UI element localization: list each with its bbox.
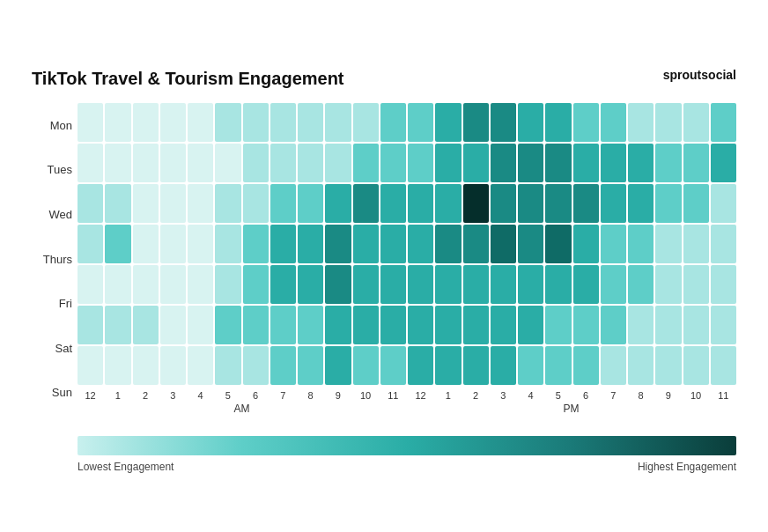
cell-r6-c6 [243,346,269,385]
y-label-thurs: Thurs [32,237,72,282]
cell-r6-c18 [573,346,599,385]
cell-r5-c6 [243,306,269,344]
cell-r6-c15 [491,346,516,385]
cell-r1-c19 [601,144,626,182]
heatmap-grid [78,103,736,385]
x-hour-23: 11 [711,390,736,401]
cell-r0-c2 [133,103,159,142]
x-hour-8: 8 [298,390,323,401]
cell-r6-c13 [435,346,461,385]
cell-r5-c21 [655,306,681,344]
cell-r2-c23 [711,184,736,223]
cell-r2-c10 [353,184,379,223]
cell-r1-c11 [380,144,406,182]
cell-r6-c0 [78,346,103,385]
cell-r1-c12 [408,144,433,182]
cell-r3-c21 [655,225,681,263]
legend-labels: Lowest Engagement Highest Engagement [78,461,736,473]
cell-r3-c2 [133,225,159,263]
x-hour-11: 11 [380,390,406,401]
cell-r2-c1 [105,184,130,223]
x-hour-19: 7 [601,390,626,401]
cell-r3-c0 [78,225,103,263]
cell-r0-c11 [380,103,406,142]
cell-r1-c7 [270,144,296,182]
cell-r6-c1 [105,346,130,385]
cell-r2-c19 [601,184,626,223]
cell-r5-c0 [78,306,103,344]
x-hour-16: 4 [518,390,543,401]
cell-r6-c20 [628,346,654,385]
x-hour-1: 1 [105,390,130,401]
cell-r4-c15 [491,265,516,304]
cell-r1-c0 [78,144,103,182]
cell-r6-c4 [188,346,213,385]
cell-r4-c22 [683,265,709,304]
cell-r0-c8 [298,103,323,142]
cell-r2-c0 [78,184,103,223]
cell-r5-c10 [353,306,379,344]
cell-r3-c22 [683,225,709,263]
x-hour-20: 8 [628,390,654,401]
cell-r4-c14 [463,265,489,304]
cell-r2-c4 [188,184,213,223]
cell-r2-c15 [491,184,516,223]
cell-r1-c17 [545,144,571,182]
cell-r4-c16 [518,265,543,304]
cell-r1-c1 [105,144,130,182]
cell-r5-c5 [215,306,240,344]
grid-area: MonTuesWedThursFriSatSun 121234567891011… [32,103,736,415]
cell-r3-c10 [353,225,379,263]
cell-r4-c20 [628,265,654,304]
cell-r5-c16 [518,306,543,344]
cell-r4-c1 [105,265,130,304]
cell-r6-c2 [133,346,159,385]
x-hour-18: 6 [573,390,599,401]
y-label-fri: Fri [32,281,72,326]
cell-r6-c23 [711,346,736,385]
x-hour-9: 9 [325,390,351,401]
cell-r6-c19 [601,346,626,385]
cell-r3-c6 [243,225,269,263]
cell-r1-c14 [463,144,489,182]
cell-r5-c4 [188,306,213,344]
cell-r2-c20 [628,184,654,223]
cell-r3-c14 [463,225,489,263]
cell-r6-c9 [325,346,351,385]
cell-r6-c8 [298,346,323,385]
x-hour-14: 2 [463,390,489,401]
legend-low-label: Lowest Engagement [78,461,174,473]
cell-r5-c12 [408,306,433,344]
legend-section: Lowest Engagement Highest Engagement [32,436,736,473]
cell-r1-c15 [491,144,516,182]
cell-r5-c17 [545,306,571,344]
cell-r4-c21 [655,265,681,304]
cell-r4-c10 [353,265,379,304]
cell-r4-c8 [298,265,323,304]
cell-r3-c15 [491,225,516,263]
x-labels-row: 121234567891011121234567891011 AM PM [78,390,736,415]
x-ampm-row: AM PM [78,403,736,415]
cell-r6-c11 [380,346,406,385]
cell-r0-c3 [160,103,186,142]
cell-r5-c2 [133,306,159,344]
y-label-mon: Mon [32,103,72,148]
cell-r4-c12 [408,265,433,304]
cell-r2-c2 [133,184,159,223]
chart-container: TikTok Travel & Tourism Engagement sprou… [23,50,745,482]
legend-high-label: Highest Engagement [638,461,736,473]
x-numbers: 121234567891011121234567891011 [78,390,736,401]
x-pm-label: PM [406,403,736,415]
cell-r2-c5 [215,184,240,223]
cell-r3-c3 [160,225,186,263]
x-hour-12: 12 [408,390,433,401]
x-hour-6: 6 [243,390,269,401]
cell-r2-c18 [573,184,599,223]
cell-r5-c23 [711,306,736,344]
y-label-wed: Wed [32,192,72,237]
cell-r6-c17 [545,346,571,385]
cell-r4-c5 [215,265,240,304]
cell-r0-c10 [353,103,379,142]
cell-r0-c16 [518,103,543,142]
cell-r0-c7 [270,103,296,142]
